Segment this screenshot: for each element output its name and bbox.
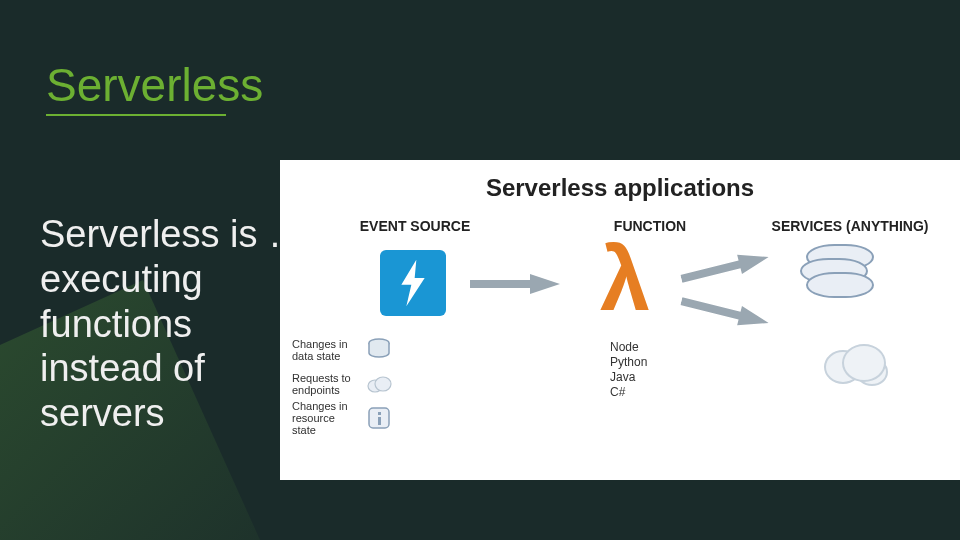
svg-marker-0 bbox=[401, 260, 424, 307]
svg-rect-9 bbox=[378, 417, 381, 425]
info-icon bbox=[366, 405, 392, 431]
lambda-icon: λ bbox=[600, 234, 650, 324]
diagram-title: Serverless applications bbox=[280, 174, 960, 202]
event-row-data-state: Changes in data state bbox=[292, 336, 392, 364]
svg-point-6 bbox=[375, 377, 391, 391]
event-row-label: Changes in resource state bbox=[292, 400, 358, 436]
slide: Serverless Serverless is … executing fun… bbox=[0, 0, 960, 540]
svg-marker-1 bbox=[470, 274, 560, 294]
column-services-heading: SERVICES (ANYTHING) bbox=[760, 218, 940, 234]
service-cloud-icon bbox=[820, 340, 890, 382]
event-row-resource-state: Changes in resource state bbox=[292, 404, 392, 432]
svg-marker-3 bbox=[679, 291, 771, 332]
language-list: Node Python Java C# bbox=[610, 340, 647, 400]
column-event-source-heading: EVENT SOURCE bbox=[330, 218, 500, 234]
diagram-panel: Serverless applications EVENT SOURCE FUN… bbox=[280, 160, 960, 480]
language-item: Node bbox=[610, 340, 647, 355]
language-item: Java bbox=[610, 370, 647, 385]
database-icon bbox=[366, 337, 392, 363]
slide-subtitle: Serverless is … executing functions inst… bbox=[40, 212, 306, 436]
arrow-function-to-service-top-icon bbox=[678, 245, 771, 290]
event-source-list: Changes in data state Requests to endpoi… bbox=[292, 336, 392, 438]
service-database-icon bbox=[800, 244, 870, 298]
event-source-bolt-icon bbox=[380, 250, 446, 316]
svg-marker-2 bbox=[679, 247, 771, 288]
event-row-endpoints: Requests to endpoints bbox=[292, 370, 392, 398]
arrow-function-to-service-bottom-icon bbox=[678, 289, 771, 334]
slide-title: Serverless bbox=[46, 58, 263, 112]
event-row-label: Changes in data state bbox=[292, 338, 358, 362]
cloud-icon bbox=[366, 371, 392, 397]
language-item: Python bbox=[610, 355, 647, 370]
event-row-label: Requests to endpoints bbox=[292, 372, 358, 396]
language-item: C# bbox=[610, 385, 647, 400]
arrow-event-to-function-icon bbox=[470, 272, 560, 296]
title-underline bbox=[46, 114, 226, 116]
svg-rect-8 bbox=[378, 412, 381, 415]
